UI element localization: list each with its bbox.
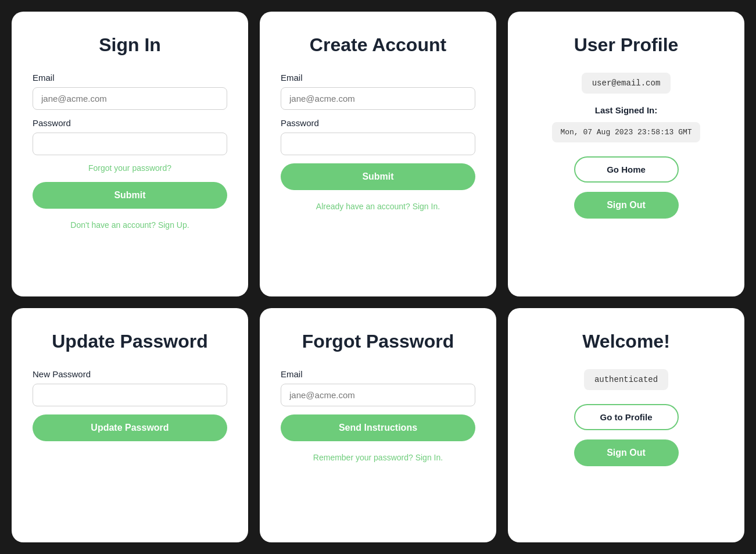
- last-signed-in-value: Mon, 07 Aug 2023 23:58:13 GMT: [552, 122, 700, 142]
- profile-email-badge: user@email.com: [582, 73, 671, 94]
- email-label: Email: [33, 73, 227, 83]
- sign-out-button[interactable]: Sign Out: [574, 192, 679, 219]
- create-email-label: Email: [281, 73, 475, 83]
- create-password-label: Password: [281, 118, 475, 128]
- signup-link[interactable]: Don't have an account? Sign Up.: [33, 220, 227, 230]
- signin-link[interactable]: Already have an account? Sign In.: [281, 202, 475, 211]
- user-profile-title: User Profile: [529, 35, 723, 55]
- profile-card-body: user@email.com Last Signed In: Mon, 07 A…: [529, 73, 723, 228]
- go-to-profile-button[interactable]: Go to Profile: [574, 404, 679, 430]
- update-password-button[interactable]: Update Password: [33, 414, 227, 441]
- password-label: Password: [33, 118, 227, 128]
- new-password-label: New Password: [33, 369, 227, 379]
- forgot-password-card: Forgot Password Email Send Instructions …: [260, 308, 496, 542]
- user-profile-card: User Profile user@email.com Last Signed …: [508, 12, 744, 296]
- create-account-card: Create Account Email Password Submit Alr…: [260, 12, 496, 296]
- welcome-sign-out-button[interactable]: Sign Out: [574, 439, 679, 466]
- forgot-email-input[interactable]: [281, 384, 475, 406]
- create-account-submit-button[interactable]: Submit: [281, 163, 475, 190]
- forgot-password-title: Forgot Password: [281, 331, 475, 352]
- sign-in-card: Sign In Email Password Forgot your passw…: [12, 12, 248, 296]
- sign-in-title: Sign In: [33, 35, 227, 55]
- welcome-card-body: authenticated Go to Profile Sign Out: [529, 369, 723, 476]
- new-password-input[interactable]: [33, 384, 227, 406]
- sign-in-password-input[interactable]: [33, 133, 227, 155]
- forgot-password-link[interactable]: Forgot your password?: [33, 163, 227, 173]
- update-password-title: Update Password: [33, 331, 227, 352]
- sign-in-submit-button[interactable]: Submit: [33, 182, 227, 209]
- create-account-title: Create Account: [281, 35, 475, 55]
- welcome-title: Welcome!: [529, 331, 723, 352]
- welcome-card: Welcome! authenticated Go to Profile Sig…: [508, 308, 744, 542]
- auth-badge: authenticated: [584, 369, 668, 390]
- send-instructions-button[interactable]: Send Instructions: [281, 414, 475, 441]
- update-password-card: Update Password New Password Update Pass…: [12, 308, 248, 542]
- forgot-email-label: Email: [281, 369, 475, 379]
- create-account-password-input[interactable]: [281, 133, 475, 155]
- remember-password-link[interactable]: Remember your password? Sign In.: [281, 453, 475, 462]
- go-home-button[interactable]: Go Home: [574, 156, 679, 183]
- last-signed-in-label: Last Signed In:: [595, 105, 658, 115]
- sign-in-email-input[interactable]: [33, 87, 227, 110]
- create-account-email-input[interactable]: [281, 87, 475, 110]
